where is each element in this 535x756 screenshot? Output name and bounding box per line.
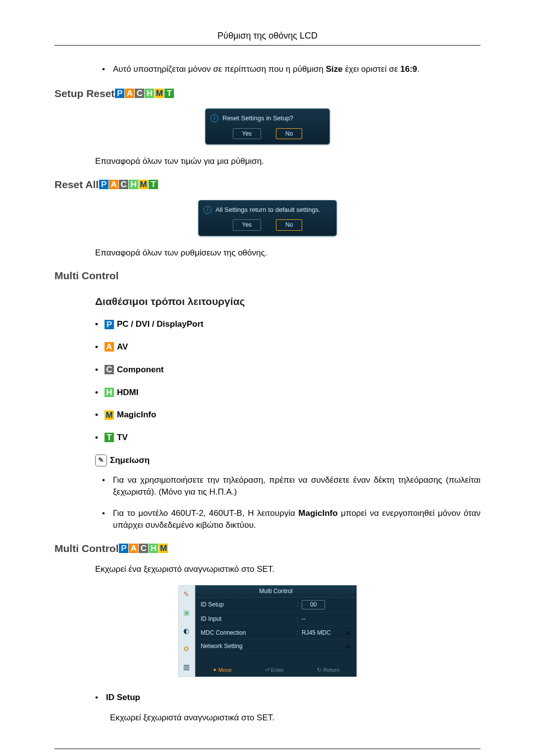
badge-h-icon: H — [129, 180, 138, 189]
badge-c-icon: C — [119, 180, 128, 189]
badge-a-icon: A — [129, 544, 138, 553]
badge-p-icon: P — [99, 180, 108, 189]
badge-p-icon: P — [119, 544, 128, 553]
badge-h-icon: H — [145, 89, 154, 98]
side-icon: ▥ — [180, 661, 192, 673]
id-setup-desc: Εκχωρεί ξεχωριστά αναγνωριστικά στο SET. — [95, 712, 481, 724]
list-item: • M MagicInfo — [95, 409, 481, 421]
setup-reset-heading: Setup Reset P A C H M T — [54, 86, 481, 101]
enter-icon: ⏎ — [265, 667, 269, 673]
mode-list: • P PC / DVI / DisplayPort • A AV • C Co… — [54, 318, 481, 444]
dialog-message: Reset Settings in Setup? — [222, 114, 293, 123]
osd-row-id-setup[interactable]: ID Setup : 00 — [196, 598, 356, 612]
move-icon: ✦ — [213, 667, 217, 673]
reset-all-heading: Reset All P A C H M T — [54, 177, 481, 192]
list-item: • A AV — [95, 341, 481, 353]
top-rule — [54, 45, 481, 46]
osd-row-mdc[interactable]: MDC Connection : RJ45 MDC ▶ — [196, 626, 356, 640]
page-title: Ρύθμιση της οθόνης LCD — [54, 30, 481, 42]
badge-a-icon: A — [105, 342, 114, 352]
id-setup-title: ID Setup — [106, 692, 140, 704]
bullet-text: Αυτό υποστηρίζεται μόνον σε περίπτωση πο… — [113, 63, 481, 75]
osd-side-icons: ✎ ▣ ◐ ✿ ▥ — [178, 585, 195, 676]
bullet-dot: • — [102, 63, 105, 75]
badge-c-icon: C — [105, 365, 114, 374]
mode-label: AV — [117, 341, 128, 353]
top-bullet: • Αυτό υποστηρίζεται μόνον σε περίπτωση … — [54, 63, 481, 75]
side-icon: ✎ — [180, 589, 192, 601]
yes-button[interactable]: Yes — [233, 219, 262, 231]
mode-label: HDMI — [117, 387, 138, 399]
multi-control-osd: ✎ ▣ ◐ ✿ ▥ Multi Control ID Setup : 00 ID… — [54, 585, 481, 676]
badge-m-icon: M — [155, 89, 164, 98]
badge-p-icon: P — [105, 320, 114, 329]
list-item: • C Component — [95, 364, 481, 376]
mode-label: Component — [117, 364, 163, 376]
badge-h-icon: H — [149, 544, 158, 553]
setup-reset-dialog: i Reset Settings in Setup? Yes No — [54, 108, 481, 145]
side-icon: ▣ — [180, 607, 192, 619]
badge-a-icon: A — [109, 180, 118, 189]
badge-a-icon: A — [125, 89, 134, 98]
list-item: • H HDMI — [95, 387, 481, 399]
info-icon: i — [211, 114, 218, 122]
dialog-message: All Settings return to default settings. — [215, 205, 321, 214]
osd-row-network[interactable]: Network Setting ▶ — [196, 640, 356, 654]
note-bullet: • Για το μοντέλο 460UT-2, 460UT-B, Η λει… — [54, 507, 481, 531]
reset-all-desc: Επαναφορά όλων των ρυθμίσεων της οθόνης. — [54, 247, 481, 259]
available-modes-heading: Διαθέσιμοι τρόποι λειτουργίας — [95, 294, 481, 308]
osd-row-id-input[interactable]: ID Input : -- — [196, 612, 356, 626]
note-heading: ✎ Σημείωση — [54, 454, 481, 466]
no-button[interactable]: No — [276, 128, 302, 140]
osd-id-setup-value: 00 — [302, 600, 325, 609]
return-icon: ↻ — [317, 667, 321, 673]
mode-label: MagicInfo — [117, 409, 156, 421]
badge-t-icon: T — [149, 180, 158, 189]
note-icon: ✎ — [95, 454, 107, 466]
badge-c-icon: C — [135, 89, 144, 98]
osd-title: Multi Control — [196, 586, 356, 598]
badge-p-icon: P — [115, 89, 124, 98]
note-text: Για να χρησιμοποιήσετε την τηλεόραση, πρ… — [113, 474, 481, 498]
badge-m-icon: M — [159, 544, 168, 553]
info-icon: i — [204, 206, 212, 214]
setup-reset-desc: Επαναφορά όλων των τιμών για μια ρύθμιση… — [54, 155, 481, 167]
osd-footer: ✦Move ⏎Enter ↻Return — [196, 664, 356, 676]
multi-control-heading-2: Multi Control P A C H M — [54, 541, 481, 555]
side-icon: ✿ — [180, 643, 192, 655]
badge-m-icon: M — [105, 410, 114, 420]
badge-t-icon: T — [164, 89, 174, 98]
badge-t-icon: T — [105, 433, 114, 442]
no-button[interactable]: No — [276, 219, 302, 231]
reset-all-dialog: i All Settings return to default setting… — [54, 200, 481, 236]
mode-label: PC / DVI / DisplayPort — [117, 318, 204, 330]
list-item: • P PC / DVI / DisplayPort — [95, 318, 481, 330]
multi-control-desc: Εκχωρεί ένα ξεχωριστό αναγνωριστικό στο … — [54, 563, 481, 575]
note-bullet: • Για να χρησιμοποιήσετε την τηλεόραση, … — [54, 474, 481, 498]
badge-m-icon: M — [139, 180, 148, 189]
list-item: • T TV — [95, 432, 481, 444]
multi-control-heading: Multi Control — [54, 268, 481, 283]
badge-c-icon: C — [139, 544, 148, 553]
yes-button[interactable]: Yes — [233, 128, 262, 140]
id-setup-bullet: • ID Setup — [95, 692, 481, 704]
mode-label: TV — [117, 432, 128, 444]
note-text: Για το μοντέλο 460UT-2, 460UT-B, Η λειτο… — [113, 507, 481, 531]
bottom-rule — [54, 749, 481, 749]
side-icon: ◐ — [180, 625, 192, 637]
badge-h-icon: H — [105, 388, 114, 397]
